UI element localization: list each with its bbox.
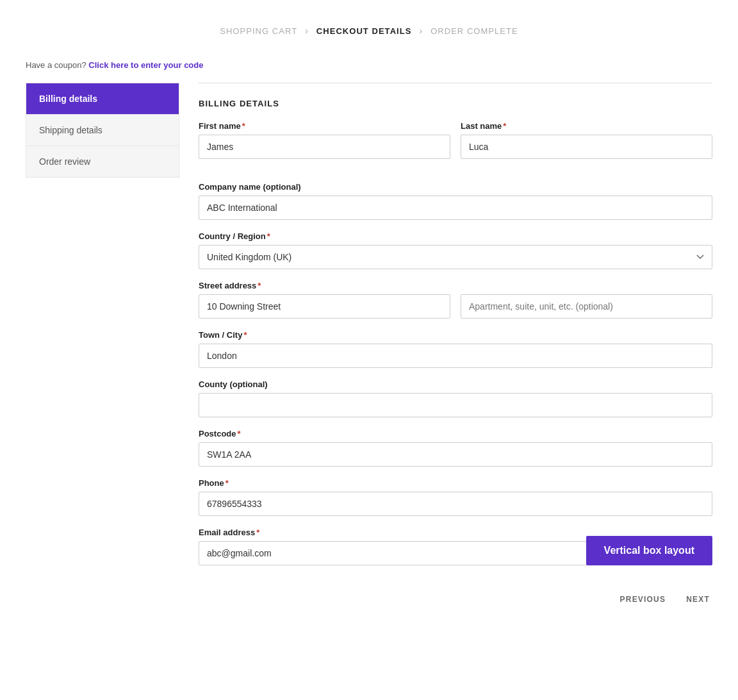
billing-form-area: BILLING DETAILS First name* Last name* [199, 83, 712, 609]
company-input[interactable] [199, 196, 712, 220]
main-layout: Billing details Shipping details Order r… [26, 83, 712, 609]
breadcrumb: SHOPPING CART › CHECKOUT DETAILS › ORDER… [26, 13, 712, 55]
first-name-label: First name* [199, 121, 450, 131]
previous-button[interactable]: PREVIOUS [618, 590, 669, 609]
breadcrumb-sep-2: › [419, 26, 423, 36]
phone-input[interactable] [199, 492, 712, 516]
annotation-badge: Vertical box layout [586, 536, 712, 565]
town-group: Town / City* [199, 330, 712, 368]
last-name-label: Last name* [461, 121, 712, 131]
postcode-label: Postcode* [199, 429, 712, 438]
last-name-input[interactable] [461, 135, 712, 159]
street2-input[interactable] [461, 294, 712, 319]
sidebar-item-shipping[interactable]: Shipping details [26, 115, 179, 146]
street-group: Street address* [199, 281, 712, 319]
phone-label: Phone* [199, 478, 712, 488]
phone-group: Phone* [199, 478, 712, 516]
county-label: County (optional) [199, 379, 712, 389]
last-name-group: Last name* [461, 121, 712, 159]
county-group: County (optional) [199, 379, 712, 417]
breadcrumb-sep-1: › [305, 26, 309, 36]
postcode-required: * [238, 429, 241, 438]
town-input[interactable] [199, 344, 712, 368]
coupon-text: Have a coupon? [26, 60, 86, 70]
street-row [199, 294, 712, 319]
next-button[interactable]: NEXT [684, 590, 712, 609]
email-required: * [256, 528, 259, 537]
sidebar: Billing details Shipping details Order r… [26, 83, 179, 178]
billing-section-title: BILLING DETAILS [199, 99, 712, 108]
postcode-group: Postcode* [199, 429, 712, 467]
postcode-input[interactable] [199, 442, 712, 467]
phone-required: * [226, 478, 229, 488]
sidebar-item-order-review[interactable]: Order review [26, 146, 179, 177]
coupon-link[interactable]: Click here to enter your code [88, 60, 203, 70]
email-wrapper: Email address* Vertical box layout [199, 528, 712, 565]
first-name-input[interactable] [199, 135, 450, 159]
street-label: Street address* [199, 281, 712, 290]
first-name-required: * [242, 121, 245, 131]
form-footer: PREVIOUS NEXT [199, 577, 712, 609]
breadcrumb-checkout-details[interactable]: CHECKOUT DETAILS [316, 26, 412, 36]
breadcrumb-shopping-cart[interactable]: SHOPPING CART [220, 26, 297, 36]
name-row: First name* Last name* [199, 121, 712, 171]
street-required: * [258, 281, 261, 290]
town-required: * [243, 330, 247, 340]
first-name-group: First name* [199, 121, 450, 159]
country-select[interactable]: United Kingdom (UK) United States (US) G… [199, 245, 712, 269]
coupon-bar: Have a coupon? Click here to enter your … [26, 55, 712, 83]
town-label: Town / City* [199, 330, 712, 340]
company-group: Company name (optional) [199, 182, 712, 220]
top-divider [199, 83, 712, 83]
page-wrapper: SHOPPING CART › CHECKOUT DETAILS › ORDER… [0, 0, 738, 635]
sidebar-item-billing[interactable]: Billing details [26, 83, 179, 115]
country-label: Country / Region* [199, 231, 712, 241]
street-input[interactable] [199, 294, 450, 319]
country-required: * [267, 231, 270, 241]
country-group: Country / Region* United Kingdom (UK) Un… [199, 231, 712, 269]
breadcrumb-order-complete[interactable]: ORDER COMPLETE [430, 26, 518, 36]
company-label: Company name (optional) [199, 182, 712, 192]
last-name-required: * [503, 121, 506, 131]
county-input[interactable] [199, 393, 712, 417]
